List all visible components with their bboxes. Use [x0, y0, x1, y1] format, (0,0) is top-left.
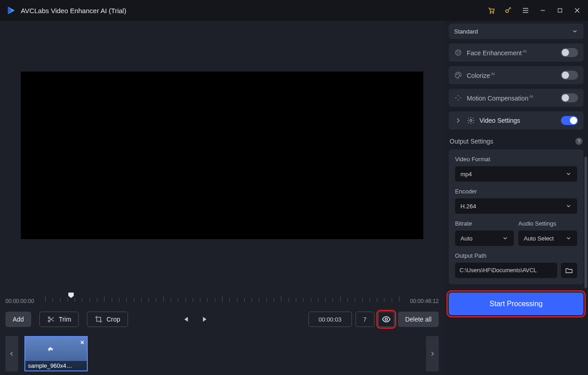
timeline[interactable]: 00:00:00:00 00:00:46:12 [0, 290, 444, 306]
time-end: 00:00:46:12 [410, 298, 439, 304]
app-logo [6, 5, 16, 15]
audio-settings-label: Audio Settings [518, 220, 577, 227]
editor-pane: 00:00:00:00 00:00:46:12 Add Trim Crop [0, 21, 444, 375]
svg-point-0 [490, 12, 491, 13]
face-icon [454, 48, 462, 57]
svg-point-1 [493, 12, 493, 13]
video-preview[interactable] [21, 72, 423, 239]
svg-point-9 [459, 52, 460, 53]
start-processing-button[interactable]: Start Processing [449, 293, 583, 315]
toolbar: Add Trim Crop 00:00:03 7 [0, 306, 444, 332]
motion-icon [454, 94, 462, 102]
colorize-toggle[interactable] [561, 71, 578, 80]
menu-icon[interactable] [521, 6, 530, 15]
next-frame-icon[interactable] [201, 315, 210, 324]
tray-prev-button[interactable] [5, 336, 18, 371]
time-start: 00:00:00:00 [5, 298, 34, 304]
output-settings-header: Output Settings ? [450, 138, 583, 145]
settings-panel: Standard Face EnhancementAI ColorizeAI M… [444, 21, 588, 375]
svg-point-7 [455, 50, 461, 55]
svg-rect-3 [558, 9, 562, 12]
colorize-row: ColorizeAI [449, 66, 583, 84]
svg-point-2 [506, 10, 508, 13]
maximize-icon[interactable] [555, 6, 564, 15]
bitrate-select[interactable]: Auto [455, 231, 514, 246]
face-enhancement-label: Face EnhancementAI [467, 49, 556, 57]
svg-point-13 [470, 120, 472, 122]
help-icon[interactable]: ? [575, 138, 583, 145]
app-title: AVCLabs Video Enhancer AI (Trial) [21, 7, 487, 14]
video-settings-label: Video Settings [479, 117, 556, 124]
audio-settings-select[interactable]: Auto Select [518, 231, 577, 246]
titlebar: AVCLabs Video Enhancer AI (Trial) [0, 0, 588, 21]
motion-comp-row: Motion CompensationAI [449, 89, 583, 107]
palette-icon [454, 71, 462, 79]
trim-button[interactable]: Trim [39, 312, 79, 327]
gear-icon [467, 116, 475, 125]
add-button[interactable]: Add [5, 312, 31, 327]
clip-filename: sample_960x4… [25, 361, 87, 370]
clip-thumbnail[interactable]: × sample_960x4… [24, 336, 88, 371]
preview-area [0, 21, 444, 290]
face-enhancement-toggle[interactable] [561, 48, 578, 57]
video-settings-row[interactable]: Video Settings [449, 111, 583, 130]
svg-point-12 [459, 74, 460, 75]
face-enhancement-row: Face EnhancementAI [449, 43, 583, 62]
svg-point-6 [385, 318, 387, 321]
output-settings-card: Video Format mp4 Encoder H.264 Bitrate A… [449, 149, 583, 284]
prev-frame-icon[interactable] [181, 315, 190, 324]
browse-folder-button[interactable] [561, 263, 577, 278]
svg-point-5 [48, 320, 50, 322]
key-icon[interactable] [504, 6, 513, 15]
delete-all-button[interactable]: Delete all [398, 312, 439, 327]
encoder-select[interactable]: H.264 [455, 198, 577, 214]
cart-icon[interactable] [487, 6, 496, 15]
motion-comp-label: Motion CompensationAI [467, 94, 556, 102]
playhead[interactable] [68, 293, 74, 298]
svg-point-11 [458, 73, 459, 74]
video-format-select[interactable]: mp4 [455, 166, 577, 182]
encoder-label: Encoder [455, 188, 577, 195]
crop-button[interactable]: Crop [87, 312, 128, 327]
tray-next-button[interactable] [426, 336, 439, 371]
svg-point-10 [456, 74, 457, 75]
video-settings-toggle[interactable] [561, 116, 578, 125]
current-time-input[interactable]: 00:00:03 [308, 312, 352, 327]
close-icon[interactable] [573, 6, 582, 15]
clip-remove-icon[interactable]: × [81, 339, 84, 346]
svg-point-4 [48, 317, 50, 318]
panel-scrollbar[interactable] [584, 157, 587, 288]
output-path-label: Output Path [455, 252, 577, 259]
minimize-icon[interactable] [538, 6, 547, 15]
quality-select[interactable]: Standard [449, 24, 583, 39]
bitrate-label: Bitrate [455, 220, 514, 227]
video-format-label: Video Format [455, 156, 577, 163]
motion-comp-toggle[interactable] [561, 93, 578, 102]
frame-input[interactable]: 7 [356, 312, 375, 327]
clip-tray: × sample_960x4… [0, 332, 444, 375]
timeline-ruler[interactable] [45, 295, 399, 302]
colorize-label: ColorizeAI [467, 72, 556, 79]
preview-eye-button[interactable] [378, 312, 394, 327]
svg-point-8 [457, 52, 458, 53]
chevron-right-icon [454, 116, 462, 125]
chevron-down-icon [572, 28, 578, 34]
output-path-input[interactable]: C:\Users\HF\Documents\AVCL [455, 263, 557, 278]
